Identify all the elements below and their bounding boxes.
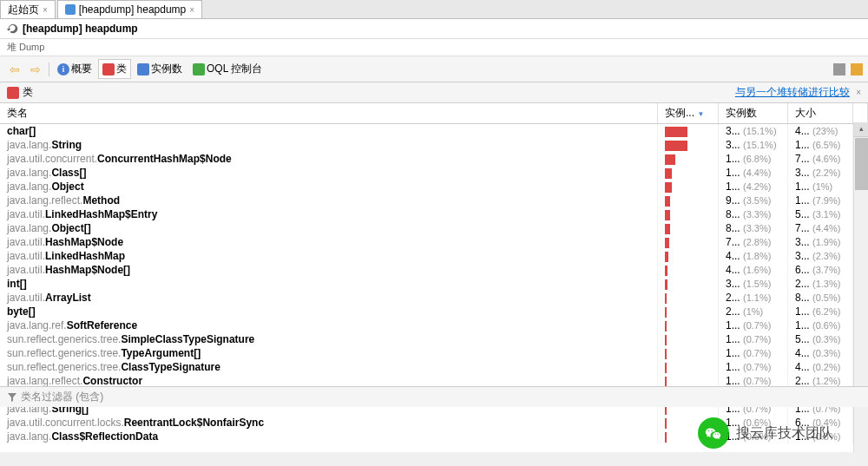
toolbar: ⇦ ⇨ i 概要 类 实例数 OQL 控制台 <box>0 56 868 82</box>
class-name-cell: byte[] <box>0 305 658 318</box>
arrow-right-icon: ⇨ <box>30 62 41 76</box>
window-icon[interactable] <box>833 63 845 75</box>
compare-link[interactable]: 与另一个堆转储进行比较 <box>735 86 850 98</box>
table-row[interactable]: java.util.concurrent.ConcurrentHashMap$N… <box>0 152 868 166</box>
column-header-size[interactable]: 大小 <box>787 103 852 124</box>
column-header-name[interactable]: 类名 <box>0 103 658 124</box>
section-title: 类 <box>23 85 33 100</box>
table-row[interactable]: java.lang.reflect.Method9... (3.5%)1... … <box>0 194 868 207</box>
count-cell: 1... (0.7%) <box>719 318 788 332</box>
table-row[interactable]: char[]3... (15.1%)4... (23%) <box>0 124 868 139</box>
tab-label: 起始页 <box>8 3 39 17</box>
close-icon[interactable]: × <box>189 5 194 15</box>
bar-cell <box>658 277 719 291</box>
dump-label: 堆 Dump <box>0 39 868 56</box>
size-cell: 4... (0.3%) <box>787 346 852 360</box>
count-cell: 8... (3.3%) <box>719 221 788 235</box>
count-cell: 1... (4.4%) <box>719 166 788 180</box>
refresh-icon[interactable] <box>7 23 19 35</box>
count-cell: 2... (1.1%) <box>719 291 788 305</box>
class-name-cell: java.lang.reflect.Method <box>0 194 658 207</box>
class-name-cell: java.lang.Class$ReflectionData <box>0 430 658 443</box>
size-cell: 8... (0.5%) <box>787 291 852 305</box>
close-icon[interactable]: × <box>856 88 861 97</box>
class-name-cell: sun.reflect.generics.tree.ClassTypeSigna… <box>0 360 658 374</box>
table-row[interactable]: sun.reflect.generics.tree.SimpleClassTyp… <box>0 332 868 346</box>
size-cell: 7... (4.4%) <box>787 221 852 235</box>
bar-cell <box>658 180 719 194</box>
table-row[interactable]: sun.reflect.generics.tree.TypeArgument[]… <box>0 346 868 360</box>
size-cell: 4... (0.2%) <box>787 360 852 374</box>
filter-icon <box>7 392 17 403</box>
class-name-cell: java.util.ArrayList <box>0 291 658 305</box>
class-name-cell: sun.reflect.generics.tree.TypeArgument[] <box>0 346 658 360</box>
table-row[interactable]: java.util.LinkedHashMap$Entry8... (3.3%)… <box>0 207 868 221</box>
tab-start-page[interactable]: 起始页 × <box>0 0 56 18</box>
class-name-cell: java.util.HashMap$Node[] <box>0 263 658 277</box>
bar-cell <box>658 346 719 360</box>
count-cell: 4... (1.8%) <box>719 249 788 263</box>
bar-cell <box>658 152 719 166</box>
size-cell: 6... (3.7%) <box>787 263 852 277</box>
class-name-cell: int[] <box>0 277 658 291</box>
wechat-icon <box>698 417 729 449</box>
class-name-cell: sun.reflect.generics.tree.SimpleClassTyp… <box>0 332 658 346</box>
forward-button[interactable]: ⇨ <box>26 60 45 79</box>
bar-cell <box>658 221 719 235</box>
table-row[interactable]: java.lang.Object[]8... (3.3%)7... (4.4%) <box>0 221 868 235</box>
editor-tabs: 起始页 × [heapdump] heapdump × <box>0 0 868 19</box>
watermark-text: 搜云库技术团队 <box>736 424 833 443</box>
count-cell: 7... (2.8%) <box>719 235 788 249</box>
instances-icon <box>137 63 149 75</box>
table-header-row: 类名 实例... ▼ 实例数 大小 <box>0 103 868 124</box>
overview-button[interactable]: i 概要 <box>53 59 96 79</box>
size-cell: 1... (6.2%) <box>787 305 852 318</box>
count-cell: 1... (0.7%) <box>719 360 788 374</box>
table-row[interactable]: java.util.HashMap$Node7... (2.8%)3... (1… <box>0 235 868 249</box>
table-row[interactable]: byte[]2... (1%)1... (6.2%) <box>0 305 868 318</box>
table-row[interactable]: int[]3... (1.5%)2... (1.3%) <box>0 277 868 291</box>
class-name-cell: java.util.LinkedHashMap <box>0 249 658 263</box>
column-header-count[interactable]: 实例数 <box>719 103 788 124</box>
size-cell: 1... (7.9%) <box>787 194 852 207</box>
count-cell: 1... (6.8%) <box>719 152 788 166</box>
settings-icon[interactable] <box>851 63 863 75</box>
filter-placeholder: 类名过滤器 (包含) <box>21 390 103 404</box>
bar-cell <box>658 249 719 263</box>
column-header-inst-pct[interactable]: 实例... ▼ <box>658 103 719 124</box>
tab-heapdump[interactable]: [heapdump] heapdump × <box>57 0 202 18</box>
table-row[interactable]: java.lang.Class[]1... (4.4%)3... (2.2%) <box>0 166 868 180</box>
filter-bar[interactable]: 类名过滤器 (包含) <box>0 386 868 407</box>
toolbar-right <box>833 63 863 75</box>
count-cell: 8... (3.3%) <box>719 207 788 221</box>
class-name-cell: java.util.concurrent.ConcurrentHashMap$N… <box>0 152 658 166</box>
table-row[interactable]: java.util.LinkedHashMap4... (1.8%)3... (… <box>0 249 868 263</box>
back-button[interactable]: ⇦ <box>5 60 24 79</box>
count-cell: 1... (0.7%) <box>719 346 788 360</box>
scroll-thumb[interactable] <box>855 138 868 190</box>
class-name-cell: char[] <box>0 124 658 139</box>
separator <box>49 62 49 76</box>
bar-cell <box>658 166 719 180</box>
table-row[interactable]: java.lang.String3... (15.1%)1... (6.5%) <box>0 138 868 152</box>
page-title: [heapdump] heapdump <box>23 23 138 35</box>
classes-button[interactable]: 类 <box>98 59 131 79</box>
size-cell: 4... (23%) <box>787 124 852 139</box>
size-cell: 1... (6.5%) <box>787 138 852 152</box>
oql-button[interactable]: OQL 控制台 <box>188 59 266 79</box>
table-row[interactable]: java.util.HashMap$Node[]4... (1.6%)6... … <box>0 263 868 277</box>
close-icon[interactable]: × <box>43 5 48 15</box>
size-cell: 7... (4.6%) <box>787 152 852 166</box>
table-row[interactable]: sun.reflect.generics.tree.ClassTypeSigna… <box>0 360 868 374</box>
table-row[interactable]: java.util.ArrayList2... (1.1%)8... (0.5%… <box>0 291 868 305</box>
instances-button[interactable]: 实例数 <box>133 59 187 79</box>
bar-cell <box>658 263 719 277</box>
bar-cell <box>658 124 719 139</box>
count-cell: 3... (15.1%) <box>719 124 788 139</box>
table-row[interactable]: java.lang.ref.SoftReference1... (0.7%)1.… <box>0 318 868 332</box>
scroll-up-icon[interactable]: ▴ <box>854 122 868 137</box>
count-cell: 3... (15.1%) <box>719 138 788 152</box>
size-cell: 3... (2.3%) <box>787 249 852 263</box>
table-row[interactable]: java.lang.Object1... (4.2%)1... (1%) <box>0 180 868 194</box>
class-name-cell: java.lang.String <box>0 138 658 152</box>
